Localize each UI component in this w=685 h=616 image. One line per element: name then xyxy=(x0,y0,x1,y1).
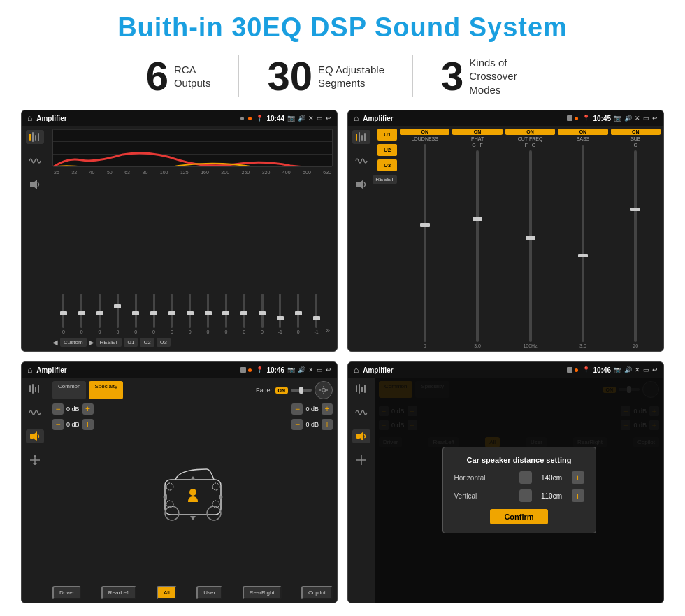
eq-expand-icon[interactable]: » xyxy=(326,327,330,334)
svg-rect-19 xyxy=(299,387,303,394)
fader-minus-1[interactable]: − xyxy=(52,403,64,415)
eq-thumb-8[interactable] xyxy=(187,311,194,315)
fader-sidebar-wave-icon[interactable] xyxy=(26,406,44,420)
fader-driver-btn[interactable]: Driver xyxy=(52,586,81,599)
fader-back-icon[interactable]: ↩ xyxy=(326,366,331,373)
eq-slider-4[interactable]: 5 xyxy=(109,292,126,334)
eq-slider-5[interactable]: 0 xyxy=(127,292,144,334)
xover-bass-thumb[interactable] xyxy=(578,254,588,257)
eq-u2-btn[interactable]: U2 xyxy=(140,338,154,347)
fader-plus-4[interactable]: + xyxy=(322,419,333,430)
eq-slider-12[interactable]: 0 xyxy=(254,292,271,334)
eq-sidebar-eq-icon[interactable] xyxy=(26,130,44,144)
fader-sidebar-arrows-icon[interactable] xyxy=(26,453,44,467)
xover-u3-btn[interactable]: U3 xyxy=(377,159,397,171)
xover-cutfreq-thumb[interactable] xyxy=(526,236,535,240)
fader-minus-2[interactable]: − xyxy=(52,419,64,430)
eq-slider-11[interactable]: 0 xyxy=(236,292,252,334)
xover-sidebar-wave-icon[interactable] xyxy=(352,154,370,168)
fader-home-icon[interactable]: ⌂ xyxy=(27,365,32,375)
dist-home-icon[interactable]: ⌂ xyxy=(354,365,359,375)
xover-sub-slider[interactable] xyxy=(634,150,637,342)
modal-horizontal-minus[interactable]: − xyxy=(519,471,532,484)
modal-vertical-plus[interactable]: + xyxy=(572,489,584,502)
fader-slider-icon[interactable] xyxy=(291,385,312,395)
eq-thumb-11[interactable] xyxy=(240,311,247,315)
eq-u3-btn[interactable]: U3 xyxy=(157,338,171,347)
eq-slider-6[interactable]: 0 xyxy=(145,292,162,334)
eq-thumb-14[interactable] xyxy=(295,311,302,315)
fader-sidebar-eq-icon[interactable] xyxy=(26,382,44,396)
eq-slider-10[interactable]: 0 xyxy=(217,292,234,334)
fader-settings-icon[interactable] xyxy=(315,381,333,399)
eq-u1-btn[interactable]: U1 xyxy=(124,338,138,347)
eq-slider-1[interactable]: 0 xyxy=(55,292,72,334)
fader-plus-3[interactable]: + xyxy=(322,403,333,415)
fader-minus-4[interactable]: − xyxy=(291,419,303,430)
eq-slider-2[interactable]: 0 xyxy=(73,292,90,334)
fader-plus-1[interactable]: + xyxy=(82,403,94,415)
eq-thumb-1[interactable] xyxy=(60,311,67,315)
fader-plus-2[interactable]: + xyxy=(82,419,94,430)
eq-thumb-12[interactable] xyxy=(259,311,266,315)
dist-sidebar-speaker-icon[interactable] xyxy=(352,429,370,443)
eq-thumb-13[interactable] xyxy=(277,316,284,320)
xover-phat-thumb[interactable] xyxy=(473,217,482,221)
fader-db-val-2: 0 dB xyxy=(66,421,80,428)
fader-all-btn[interactable]: All xyxy=(157,586,177,599)
fader-rearleft-btn[interactable]: RearLeft xyxy=(101,586,137,599)
eq-play-icon[interactable]: ▶ xyxy=(89,338,94,346)
eq-thumb-2[interactable] xyxy=(78,311,85,315)
fader-minus-3[interactable]: − xyxy=(291,403,303,415)
eq-thumb-7[interactable] xyxy=(168,311,175,315)
fader-sidebar-speaker-icon[interactable] xyxy=(26,429,44,443)
eq-home-icon[interactable]: ⌂ xyxy=(27,113,32,123)
eq-slider-9[interactable]: 0 xyxy=(200,292,217,334)
fader-user-btn[interactable]: User xyxy=(196,586,222,599)
eq-thumb-5[interactable] xyxy=(132,311,139,315)
dist-sidebar-eq-icon[interactable] xyxy=(352,382,370,396)
xover-back-icon[interactable]: ↩ xyxy=(652,115,658,122)
eq-slider-15[interactable]: -1 xyxy=(308,292,325,334)
eq-slider-8[interactable]: 0 xyxy=(182,292,199,334)
eq-sidebar-speaker-icon[interactable] xyxy=(26,178,44,192)
eq-slider-3[interactable]: 0 xyxy=(92,292,108,334)
xover-reset-btn[interactable]: RESET xyxy=(373,175,397,184)
eq-custom-btn[interactable]: Custom xyxy=(60,338,87,347)
eq-slider-7[interactable]: 0 xyxy=(164,292,180,334)
eq-slider-13[interactable]: -1 xyxy=(272,292,289,334)
eq-back-icon[interactable]: ↩ xyxy=(326,115,331,122)
xover-sidebar-speaker-icon[interactable] xyxy=(352,178,370,192)
xover-home-icon[interactable]: ⌂ xyxy=(354,113,359,123)
modal-confirm-button[interactable]: Confirm xyxy=(490,509,547,524)
xover-cutfreq-slider[interactable] xyxy=(529,150,532,342)
xover-u2-btn[interactable]: U2 xyxy=(377,144,397,156)
eq-thumb-3[interactable] xyxy=(96,311,103,315)
eq-thumb-4[interactable] xyxy=(114,304,121,308)
xover-loudness-thumb[interactable] xyxy=(420,223,430,227)
xover-sidebar-eq-icon[interactable] xyxy=(352,130,370,144)
eq-sidebar-wave-icon[interactable] xyxy=(26,154,44,168)
fader-specialty-tab[interactable]: Specialty xyxy=(89,381,122,399)
modal-vertical-minus[interactable]: − xyxy=(519,489,532,502)
eq-prev-icon[interactable]: ◀ xyxy=(52,338,58,346)
eq-thumb-9[interactable] xyxy=(205,311,212,315)
eq-thumb-10[interactable] xyxy=(222,311,229,315)
svg-rect-4 xyxy=(30,182,34,187)
fader-common-tab[interactable]: Common xyxy=(52,381,86,399)
eq-reset-btn[interactable]: RESET xyxy=(96,338,122,347)
fader-copilot-btn[interactable]: Copilot xyxy=(301,586,333,599)
eq-slider-14[interactable]: 0 xyxy=(290,292,307,334)
modal-horizontal-plus[interactable]: + xyxy=(572,471,584,484)
eq-thumb-15[interactable] xyxy=(313,316,320,320)
dist-sidebar-arrows-icon[interactable] xyxy=(352,453,370,467)
dist-sidebar-wave-icon[interactable] xyxy=(352,406,370,420)
xover-loudness-slider[interactable] xyxy=(424,144,426,342)
fader-rearright-btn[interactable]: RearRight xyxy=(243,586,282,599)
xover-phat-slider[interactable] xyxy=(476,150,479,342)
dist-back-icon[interactable]: ↩ xyxy=(652,366,658,373)
xover-bass-slider[interactable] xyxy=(582,145,584,342)
eq-thumb-6[interactable] xyxy=(150,311,157,315)
xover-u1-btn[interactable]: U1 xyxy=(377,129,397,141)
xover-sub-thumb[interactable] xyxy=(630,208,640,211)
